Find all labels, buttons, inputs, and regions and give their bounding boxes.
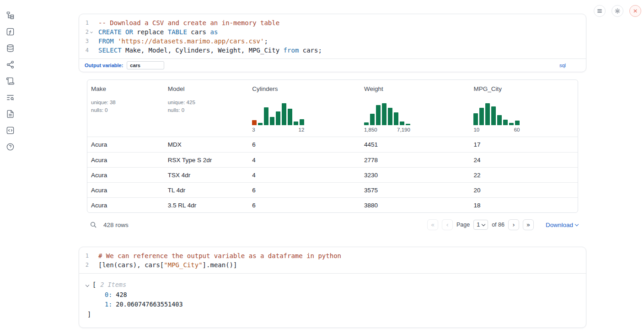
table-row[interactable]: Acura3.5 RL 4dr6388018 <box>87 197 578 212</box>
sql-code-editor[interactable]: 1-- Download a CSV and create an in-memo… <box>79 14 586 58</box>
sidebar <box>0 0 20 333</box>
table-row[interactable]: AcuraTSX 4dr4323022 <box>87 167 578 182</box>
first-page-button[interactable]: « <box>427 219 438 230</box>
chevron-down-icon <box>575 222 579 226</box>
table-row[interactable]: AcuraRSX Type S 2dr4277824 <box>87 152 578 167</box>
column-name[interactable]: Cylinders <box>252 85 357 92</box>
table-cell: 18 <box>470 202 578 209</box>
column-stats: unique: 38 nulls: 0 <box>91 99 161 114</box>
next-page-button[interactable]: › <box>508 219 519 230</box>
stat-nulls: nulls: 0 <box>168 106 245 114</box>
notebook: 1-- Download a CSV and create an in-memo… <box>79 14 586 328</box>
histogram-bar <box>376 105 381 125</box>
code-square-icon <box>6 126 15 135</box>
histogram-min: 3 <box>252 127 255 132</box>
histogram-bar <box>270 117 274 125</box>
output-variable-label: Output variable: <box>85 63 123 68</box>
histogram[interactable] <box>364 103 410 125</box>
table-cell: 3880 <box>360 202 470 209</box>
column-name[interactable]: MPG_City <box>473 85 574 92</box>
column-header-model: Model unique: 425 nulls: 0 <box>164 80 249 137</box>
search-button[interactable] <box>90 221 97 228</box>
output-entry: 0: 428 <box>86 290 580 300</box>
python-cell: 1# We can reference the output variable … <box>79 247 586 328</box>
table-cell: Acura <box>87 202 164 209</box>
histogram-bar <box>479 108 484 125</box>
sidebar-item-scratchpad[interactable] <box>5 76 15 86</box>
histogram-max: 12 <box>299 127 305 132</box>
histogram-range: 1,850 7,190 <box>364 127 410 132</box>
code-line: 1# We can reference the output variable … <box>79 251 580 260</box>
weight-histogram: 1,850 7,190 <box>364 103 410 132</box>
sidebar-item-help[interactable] <box>5 142 15 152</box>
code-text: # We can reference the output variable a… <box>94 251 341 260</box>
histogram-bar <box>382 103 386 125</box>
column-name[interactable]: Make <box>91 85 161 92</box>
histogram-min: 10 <box>473 127 479 132</box>
histogram[interactable] <box>252 103 304 125</box>
last-page-button[interactable]: » <box>523 219 534 230</box>
sidebar-item-outline[interactable] <box>5 92 15 102</box>
histogram-bar <box>282 103 286 125</box>
table-cell: 24 <box>470 157 578 164</box>
prev-page-button[interactable]: ‹ <box>442 219 453 230</box>
table-cell: 3230 <box>360 172 470 179</box>
output-variable-input[interactable] <box>127 61 164 69</box>
code-line: 4SELECT Make, Model, Cylinders, Weight, … <box>79 46 580 55</box>
page-total: of 86 <box>492 222 504 228</box>
entry-key: 1: <box>105 300 112 310</box>
sql-output: Make unique: 38 nulls: 0 Model unique: 4… <box>79 79 586 231</box>
column-name[interactable]: Weight <box>364 85 467 92</box>
fold-gutter[interactable] <box>89 27 94 37</box>
close-bracket: ] <box>87 310 91 320</box>
column-header-make: Make unique: 38 nulls: 0 <box>87 80 164 137</box>
column-header-weight: Weight 1,850 7,190 <box>360 80 470 137</box>
shutdown-button[interactable] <box>629 5 641 17</box>
table-cell: TL 4dr <box>164 187 249 194</box>
line-number: 1 <box>79 251 89 260</box>
cylinders-histogram: 3 12 <box>252 103 304 132</box>
histogram-bar <box>388 108 392 125</box>
python-code-editor[interactable]: 1# We can reference the output variable … <box>79 247 586 273</box>
sidebar-item-dependencies[interactable] <box>5 59 15 69</box>
column-name[interactable]: Model <box>168 85 245 92</box>
histogram-bar <box>491 106 496 125</box>
table-cell: MDX <box>164 141 249 148</box>
python-output: [ 2 Items 0: 428 1: 20.060747663551403 ] <box>79 273 586 328</box>
help-circle-icon <box>6 143 15 151</box>
histogram-bar <box>515 121 520 125</box>
download-label: Download <box>546 222 573 228</box>
table-cell: 22 <box>470 172 578 179</box>
entry-value: 428 <box>116 290 127 300</box>
column-header-mpg-city: MPG_City 10 60 <box>470 80 578 137</box>
code-line: 1-- Download a CSV and create an in-memo… <box>79 18 580 27</box>
table-cell: 20 <box>470 187 578 194</box>
histogram-bar <box>509 123 514 125</box>
file-text-icon <box>6 110 15 118</box>
gear-icon <box>614 8 621 14</box>
settings-button[interactable] <box>612 5 623 17</box>
close-icon <box>632 8 639 14</box>
sidebar-item-documentation[interactable] <box>5 109 15 119</box>
page-select[interactable]: 1 <box>473 220 488 230</box>
menu-button[interactable] <box>594 5 606 17</box>
function-square-icon <box>6 27 15 36</box>
histogram[interactable] <box>473 103 520 125</box>
sidebar-item-snippets[interactable] <box>5 125 15 135</box>
sidebar-item-file-explorer[interactable] <box>5 10 15 20</box>
entry-value: 20.060747663551403 <box>116 300 182 310</box>
table-row[interactable]: AcuraTL 4dr6357520 <box>87 182 578 197</box>
table-row[interactable]: AcuraMDX6445117 <box>87 137 578 152</box>
sql-cell: 1-- Download a CSV and create an in-memo… <box>79 14 586 72</box>
code-text: FROM 'https://datasets.marimo.app/cars.c… <box>94 37 268 46</box>
sidebar-item-variables[interactable] <box>5 26 15 37</box>
histogram-bar <box>400 122 404 125</box>
collapse-chevron-icon[interactable] <box>86 283 89 287</box>
stat-unique: unique: 425 <box>168 99 245 106</box>
sidebar-item-data-sources[interactable] <box>5 43 15 53</box>
fold-chevron-icon[interactable] <box>90 31 93 33</box>
histogram-bar <box>288 109 292 125</box>
download-button[interactable]: Download <box>546 222 578 228</box>
entry-key: 0: <box>105 290 112 300</box>
pagination: « ‹ Page 1 of 86 › » <box>427 219 534 230</box>
